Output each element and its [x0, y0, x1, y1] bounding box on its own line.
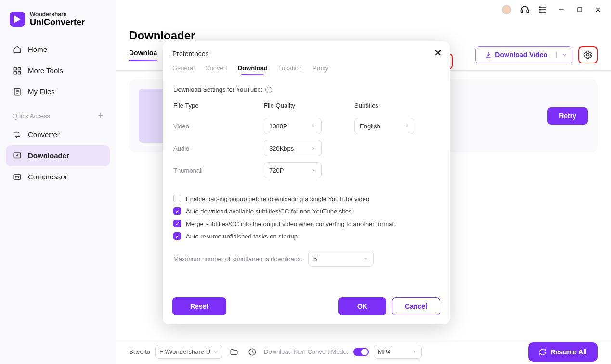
qa-compressor[interactable]: Compressor	[6, 166, 110, 188]
pref-tab-download[interactable]: Download	[238, 64, 268, 75]
check-merge-subtitles[interactable]	[173, 220, 181, 227]
retry-button[interactable]: Retry	[547, 107, 588, 125]
chevron-down-icon	[312, 168, 316, 173]
quick-access-add[interactable]: +	[98, 111, 103, 121]
pref-tab-location[interactable]: Location	[278, 64, 302, 75]
pref-tab-convert[interactable]: Convert	[205, 64, 227, 75]
titlebar	[116, 0, 611, 19]
pref-tab-proxy[interactable]: Proxy	[312, 64, 328, 75]
minimize-button[interactable]	[555, 3, 568, 16]
footer-bar: Save to F:\Wondershare U Download then C…	[116, 339, 611, 364]
nav-home[interactable]: Home	[6, 39, 110, 60]
download-video-caret[interactable]	[556, 52, 572, 58]
menu-icon[interactable]	[537, 3, 549, 16]
chevron-down-icon	[312, 124, 316, 128]
modal-close-button[interactable]: ✕	[434, 47, 442, 59]
cancel-button[interactable]: Cancel	[392, 297, 440, 315]
save-path-value: F:\Wondershare U	[159, 348, 210, 355]
nav-label: My Files	[28, 88, 55, 96]
nav-label: Home	[28, 45, 47, 53]
qa-label: Compressor	[28, 173, 67, 181]
nav-my-files[interactable]: My Files	[6, 81, 110, 102]
download-video-button[interactable]: Download Video	[475, 46, 572, 63]
info-icon[interactable]: i	[265, 87, 272, 93]
home-icon	[13, 45, 22, 54]
col-filetype: File Type	[173, 102, 264, 109]
tools-icon	[13, 66, 22, 75]
qa-converter[interactable]: Converter	[6, 124, 110, 145]
svg-rect-2	[14, 71, 16, 74]
logo-icon	[10, 12, 25, 27]
open-folder-button[interactable]	[227, 345, 241, 359]
converter-icon	[13, 130, 22, 139]
brand-name-2: UniConverter	[30, 18, 85, 27]
qa-downloader[interactable]: Downloader	[6, 145, 110, 166]
gear-icon	[583, 50, 593, 60]
ok-button[interactable]: OK	[338, 297, 386, 315]
thumbnail-quality-select[interactable]: 720P	[264, 162, 322, 178]
maximize-button[interactable]	[573, 3, 586, 16]
qa-label: Converter	[28, 130, 60, 138]
svg-point-9	[540, 7, 541, 8]
convert-mode-label: Download then Convert Mode:	[264, 348, 349, 355]
svg-rect-8	[527, 10, 528, 13]
chevron-down-icon	[404, 124, 409, 128]
section-title: Download Settings for YouTube:	[173, 86, 262, 93]
support-icon[interactable]	[519, 3, 531, 16]
download-icon	[484, 51, 492, 59]
col-subtitles: Subtitles	[354, 102, 417, 109]
check-auto-resume[interactable]	[173, 232, 181, 240]
chevron-down-icon	[213, 350, 218, 354]
audio-quality-select[interactable]: 320Kbps	[264, 140, 322, 156]
check-label: Auto resume unfinished tasks on startup	[186, 233, 298, 240]
nav-label: More Tools	[28, 66, 63, 75]
svg-rect-0	[14, 67, 16, 70]
svg-point-11	[540, 12, 541, 13]
resume-all-button[interactable]: Resume All	[528, 342, 598, 362]
check-label: Merge subtitles/CC into the output video…	[186, 220, 394, 227]
format-value: MP4	[378, 348, 391, 355]
convert-mode-toggle[interactable]	[353, 348, 369, 356]
svg-rect-7	[521, 10, 523, 13]
svg-rect-1	[18, 67, 21, 70]
tab-downloading[interactable]: Downloa	[129, 49, 157, 61]
chevron-down-icon	[312, 146, 316, 151]
compressor-icon	[13, 172, 22, 182]
qa-label: Downloader	[28, 151, 69, 160]
reset-button[interactable]: Reset	[172, 297, 226, 315]
row-video-label: Video	[173, 123, 264, 130]
subtitle-select[interactable]: English	[354, 118, 414, 134]
resume-all-label: Resume All	[550, 348, 587, 356]
history-button[interactable]	[246, 345, 259, 359]
preferences-modal: ✕ Preferences General Convert Download L…	[163, 41, 450, 324]
check-auto-subtitles[interactable]	[173, 207, 181, 215]
downloader-icon	[13, 151, 22, 161]
svg-point-10	[540, 9, 541, 10]
save-path-select[interactable]: F:\Wondershare U	[155, 345, 222, 359]
sim-downloads-select[interactable]: 5	[308, 251, 374, 267]
chevron-down-icon	[364, 256, 368, 261]
avatar[interactable]	[500, 3, 513, 16]
sidebar: Wondershare UniConverter Home More Tools…	[0, 0, 116, 364]
check-label: Enable parsing popup before downloading …	[186, 195, 369, 202]
col-quality: File Quality	[264, 102, 354, 109]
svg-rect-12	[578, 8, 582, 12]
refresh-icon	[539, 348, 546, 356]
svg-rect-3	[18, 71, 21, 74]
nav-more-tools[interactable]: More Tools	[6, 60, 110, 81]
app-logo: Wondershare UniConverter	[6, 12, 110, 39]
clock-icon	[248, 348, 257, 356]
format-select[interactable]: MP4	[374, 345, 422, 359]
save-to-label: Save to	[129, 348, 150, 355]
modal-title: Preferences	[172, 50, 440, 58]
check-label: Auto download available subtitles/CC for…	[186, 208, 351, 215]
settings-button[interactable]	[578, 46, 598, 63]
close-button[interactable]	[592, 3, 604, 16]
sim-downloads-label: Maximum number of simultaneous downloads…	[173, 255, 302, 263]
video-quality-select[interactable]: 1080P	[264, 118, 322, 134]
pref-tab-general[interactable]: General	[172, 64, 195, 75]
page-title: Downloader	[129, 29, 598, 42]
chevron-down-icon	[413, 350, 417, 354]
row-thumb-label: Thumbnail	[173, 167, 264, 174]
check-parsing-popup[interactable]	[173, 195, 181, 202]
